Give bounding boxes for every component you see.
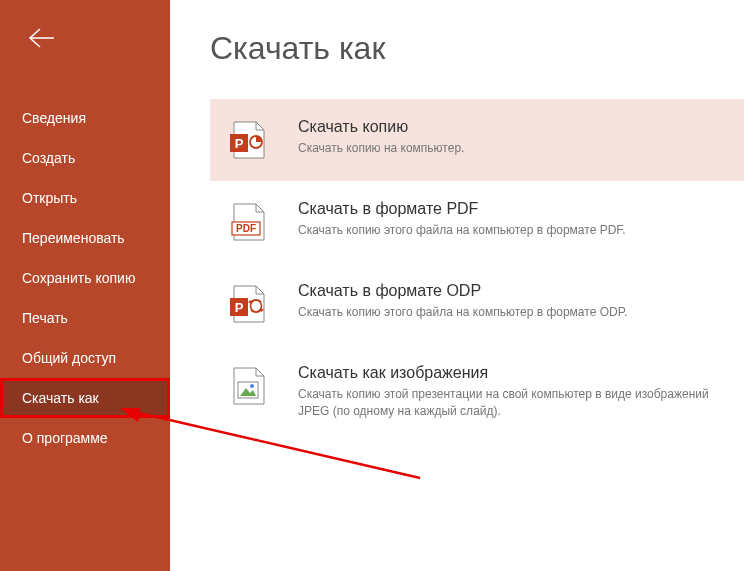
main-panel: Скачать как P Скачать копию Скачать копи… <box>170 0 744 571</box>
option-desc: Скачать копию этого файла на компьютер в… <box>298 304 724 321</box>
sidebar-item-label: Сведения <box>22 110 86 126</box>
sidebar-item-download-as[interactable]: Скачать как <box>0 378 170 418</box>
sidebar-menu: Сведения Создать Открыть Переименовать С… <box>0 98 170 458</box>
option-title: Скачать в формате ODP <box>298 282 724 300</box>
option-download-copy[interactable]: P Скачать копию Скачать копию на компьют… <box>210 99 744 181</box>
sidebar-item-info[interactable]: Сведения <box>0 98 170 138</box>
option-text: Скачать как изображения Скачать копию эт… <box>298 362 724 420</box>
option-download-odp[interactable]: P Скачать в формате ODP Скачать копию эт… <box>210 263 744 345</box>
option-download-images[interactable]: Скачать как изображения Скачать копию эт… <box>210 345 744 437</box>
option-text: Скачать в формате PDF Скачать копию этог… <box>298 198 724 239</box>
page-title: Скачать как <box>210 30 744 67</box>
svg-point-12 <box>250 384 254 388</box>
sidebar-item-rename[interactable]: Переименовать <box>0 218 170 258</box>
sidebar-item-label: Сохранить копию <box>22 270 135 286</box>
svg-text:P: P <box>235 300 244 315</box>
back-button[interactable] <box>22 18 62 58</box>
sidebar-item-label: Печать <box>22 310 68 326</box>
back-arrow-icon <box>28 27 56 49</box>
option-text: Скачать копию Скачать копию на компьютер… <box>298 116 724 157</box>
option-title: Скачать как изображения <box>298 364 724 382</box>
sidebar-item-label: Переименовать <box>22 230 125 246</box>
option-download-pdf[interactable]: PDF Скачать в формате PDF Скачать копию … <box>210 181 744 263</box>
odp-file-icon: P <box>224 280 272 328</box>
svg-text:P: P <box>235 136 244 151</box>
sidebar-item-save-copy[interactable]: Сохранить копию <box>0 258 170 298</box>
sidebar-item-label: О программе <box>22 430 108 446</box>
download-options: P Скачать копию Скачать копию на компьют… <box>210 99 744 437</box>
sidebar-item-label: Создать <box>22 150 75 166</box>
sidebar: Сведения Создать Открыть Переименовать С… <box>0 0 170 571</box>
option-title: Скачать копию <box>298 118 724 136</box>
option-desc: Скачать копию этого файла на компьютер в… <box>298 222 724 239</box>
option-title: Скачать в формате PDF <box>298 200 724 218</box>
sidebar-item-label: Скачать как <box>22 390 99 406</box>
sidebar-item-open[interactable]: Открыть <box>0 178 170 218</box>
sidebar-item-share[interactable]: Общий доступ <box>0 338 170 378</box>
sidebar-item-label: Открыть <box>22 190 77 206</box>
powerpoint-file-icon: P <box>224 116 272 164</box>
option-text: Скачать в формате ODP Скачать копию этог… <box>298 280 724 321</box>
pdf-file-icon: PDF <box>224 198 272 246</box>
image-file-icon <box>224 362 272 410</box>
option-desc: Скачать копию на компьютер. <box>298 140 724 157</box>
sidebar-item-create[interactable]: Создать <box>0 138 170 178</box>
sidebar-item-label: Общий доступ <box>22 350 116 366</box>
option-desc: Скачать копию этой презентации на свой к… <box>298 386 724 420</box>
svg-text:PDF: PDF <box>236 223 256 234</box>
sidebar-item-print[interactable]: Печать <box>0 298 170 338</box>
sidebar-item-about[interactable]: О программе <box>0 418 170 458</box>
